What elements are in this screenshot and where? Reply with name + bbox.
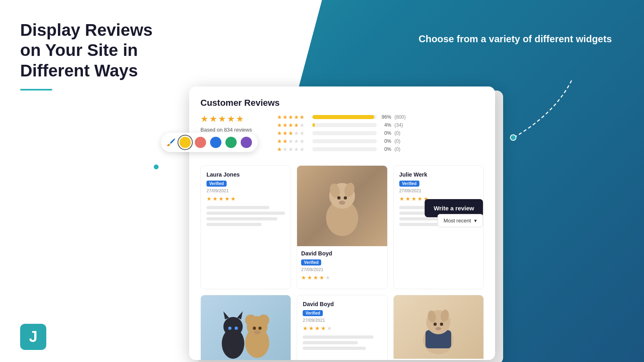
overall-stars: ★ ★ ★ ★ ★ [200, 114, 265, 124]
review-card-andrea: Andrea McGee Verified [393, 295, 484, 360]
dog2-image [394, 295, 483, 359]
text-line-d2 [303, 341, 358, 344]
based-on-text: Based on 834 reviews [200, 127, 265, 133]
svg-point-13 [228, 327, 231, 330]
color-option-yellow[interactable] [180, 137, 191, 148]
svg-marker-11 [223, 311, 229, 319]
review-stars-david2: ★★★★★ [303, 325, 381, 331]
rating-left: ★ ★ ★ ★ ★ Based on 834 reviews [200, 114, 265, 133]
top-right-text: Choose from a variety of different widge… [419, 32, 612, 46]
review-stars-david: ★★★★★ [301, 274, 383, 281]
review-date-julie: 27/09/2021 [399, 188, 478, 193]
text-line-d3 [303, 347, 365, 350]
verified-badge-julie: Verified [399, 181, 419, 187]
j-logo: J [20, 324, 46, 350]
review-card-laura: Laura Jones Verified 27/09/2021 ★★★★★ [200, 165, 291, 289]
bar-row-2: ★★★★★ 0% (0) [277, 138, 484, 144]
svg-point-21 [254, 330, 260, 334]
svg-point-7 [344, 196, 347, 200]
svg-point-14 [235, 327, 238, 330]
svg-marker-12 [237, 311, 243, 319]
text-line-3 [206, 217, 277, 220]
color-option-red[interactable] [195, 137, 206, 148]
svg-point-18 [258, 315, 269, 326]
chevron-down-icon: ▾ [474, 218, 477, 224]
svg-point-0 [510, 135, 516, 140]
reviewer-name: Laura Jones [206, 171, 285, 178]
review-card-julie: Julie Werk Verified 27/09/2021 ★★★★★ [393, 165, 484, 289]
sort-dropdown[interactable]: Most recent ▾ [438, 214, 483, 227]
svg-point-20 [258, 327, 262, 330]
panel-title: Customer Reviews [200, 98, 484, 108]
rating-bars: ★★★★★ 96% (800) ★★★★★ 4% (34) ★★★★★ [277, 114, 484, 152]
bar-row-5: ★★★★★ 96% (800) [277, 114, 484, 120]
review-date: 27/09/2021 [206, 188, 285, 193]
main-title: Display Reviews on Your Site in Differen… [20, 20, 173, 81]
star-4: ★ [227, 114, 235, 124]
svg-point-28 [440, 323, 443, 326]
color-option-purple[interactable] [241, 137, 252, 148]
reviewer-name-david2: David Boyd [303, 301, 381, 307]
verified-badge: Verified [206, 181, 227, 187]
widget-panel: Customer Reviews ★ ★ ★ ★ ★ Based on 834 … [189, 86, 495, 360]
color-option-green[interactable] [225, 137, 237, 148]
star-5: ★ [236, 114, 244, 124]
title-underline [20, 89, 52, 90]
star-2: ★ [209, 114, 217, 124]
review-card-dog-image: David Boyd Verified 27/09/2021 ★★★★★ [297, 165, 387, 289]
dog-image [297, 166, 387, 246]
svg-point-17 [245, 315, 256, 326]
reviews-grid: Laura Jones Verified 27/09/2021 ★★★★★ [200, 165, 484, 360]
reviewer-name-julie: Julie Werk [399, 171, 478, 178]
svg-point-19 [253, 327, 256, 330]
bar-row-4: ★★★★★ 4% (34) [277, 122, 484, 128]
review-date-david: 27/09/2021 [301, 267, 383, 272]
svg-point-27 [433, 323, 437, 326]
text-line-4 [206, 223, 262, 226]
svg-point-29 [436, 327, 441, 330]
svg-point-1 [153, 164, 159, 170]
customize-text: Customize and tailor it to your theme st… [40, 284, 169, 314]
svg-point-6 [337, 196, 341, 200]
verified-badge-david2: Verified [303, 310, 323, 316]
color-picker[interactable]: 🖌️ [161, 133, 258, 152]
verified-badge-david: Verified [301, 259, 321, 265]
reviewer-name-dog: David Boyd [301, 250, 383, 257]
sort-label: Most recent [444, 218, 471, 224]
cats-image [201, 295, 291, 360]
bar-row-1: ★★★★★ 0% (0) [277, 146, 484, 152]
text-line-1 [206, 206, 269, 209]
paint-brush-icon: 🖌️ [167, 138, 175, 147]
star-3: ★ [218, 114, 226, 124]
svg-point-10 [223, 317, 243, 336]
review-card-david2: David Boyd Verified 27/09/2021 ★★★★★ [297, 295, 387, 360]
text-line-d1 [303, 335, 374, 339]
color-option-blue[interactable] [210, 137, 221, 148]
star-1: ★ [200, 114, 208, 124]
review-date-david2: 27/09/2021 [303, 318, 381, 323]
left-section: Display Reviews on Your Site in Differen… [20, 20, 173, 103]
review-stars: ★★★★★ [206, 195, 285, 202]
review-card-cats [200, 295, 291, 360]
text-line-2 [206, 212, 285, 215]
svg-point-8 [339, 201, 345, 205]
bar-row-3: ★★★★★ 0% (0) [277, 130, 484, 136]
